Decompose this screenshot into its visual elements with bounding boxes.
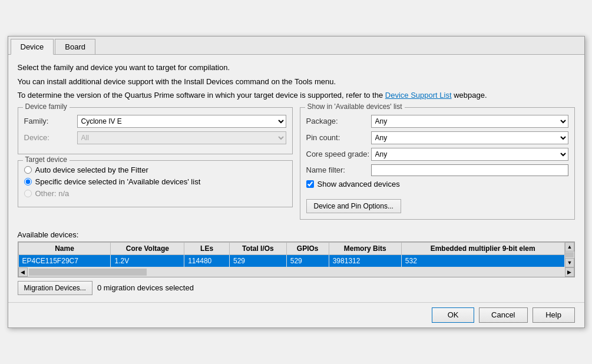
dialog-content: Select the family and device you want to…: [8, 55, 584, 302]
available-devices-label: Available devices:: [18, 230, 575, 239]
device-table-wrapper: Name Core Voltage LEs Total I/Os GPIOs M…: [18, 241, 575, 277]
cell-total-ios: 529: [230, 254, 287, 267]
horizontal-scrollbar[interactable]: [28, 267, 565, 277]
device-table: Name Core Voltage LEs Total I/Os GPIOs M…: [18, 242, 565, 267]
show-advanced-checkbox[interactable]: [306, 180, 314, 188]
tab-board[interactable]: Board: [55, 39, 95, 54]
device-family-group: Device family Family: Cyclone IV E Devic…: [18, 107, 293, 154]
scrollbar-right-arrow[interactable]: ▶: [565, 267, 574, 277]
cancel-button[interactable]: Cancel: [479, 307, 527, 323]
cell-embedded-mult: 532: [401, 254, 564, 267]
show-advanced-row: Show advanced devices: [306, 180, 568, 188]
radio-specific-input[interactable]: [24, 178, 32, 186]
speed-grade-row: Core speed grade: Any: [306, 148, 568, 161]
intro-line3-pre: To determine the version of the Quartus …: [18, 91, 385, 100]
target-device-title: Target device: [23, 155, 70, 164]
family-select[interactable]: Cyclone IV E: [77, 115, 286, 128]
show-in-list-title: Show in 'Available devices' list: [305, 102, 405, 111]
col-memory-bits: Memory Bits: [329, 242, 401, 254]
package-row: Package: Any: [306, 115, 568, 128]
cell-les: 114480: [184, 254, 230, 267]
intro-line3: To determine the version of the Quartus …: [18, 90, 575, 101]
table-header-row: Name Core Voltage LEs Total I/Os GPIOs M…: [18, 242, 564, 254]
scrollbar-thumb[interactable]: [565, 252, 574, 257]
show-advanced-label: Show advanced devices: [318, 180, 400, 188]
show-in-list-group: Show in 'Available devices' list Package…: [300, 107, 575, 220]
pin-count-select[interactable]: Any: [371, 131, 568, 144]
speed-grade-label: Core speed grade:: [306, 150, 371, 158]
main-panels: Device family Family: Cyclone IV E Devic…: [18, 107, 575, 226]
radio-specific: Specific device selected in 'Available d…: [24, 177, 286, 186]
cell-core-voltage: 1.2V: [111, 254, 184, 267]
intro-line2: You can install additional device suppor…: [18, 76, 575, 88]
intro-line3-post: webpage.: [452, 91, 487, 100]
available-devices-section: Available devices: Name Core Voltage LEs…: [18, 230, 575, 295]
dialog-footer: OK Cancel Help: [8, 302, 584, 327]
table-scroll[interactable]: Name Core Voltage LEs Total I/Os GPIOs M…: [18, 242, 565, 267]
vertical-scrollbar[interactable]: ▲ ▼: [565, 242, 574, 267]
migration-row: Migration Devices... 0 migration devices…: [18, 281, 575, 295]
tab-bar: Device Board: [8, 37, 584, 55]
scrollbar-area: Name Core Voltage LEs Total I/Os GPIOs M…: [18, 242, 574, 267]
main-dialog: Device Board Select the family and devic…: [8, 36, 585, 328]
device-support-list-link[interactable]: Device Support List: [385, 91, 452, 100]
radio-other-input[interactable]: [24, 190, 32, 197]
package-select[interactable]: Any: [371, 115, 568, 128]
radio-other: Other: n/a: [24, 189, 286, 198]
family-label: Family:: [24, 117, 77, 125]
col-les: LEs: [184, 242, 230, 254]
scrollbar-left-arrow[interactable]: ◀: [18, 267, 28, 277]
radio-other-label: Other: n/a: [35, 189, 70, 198]
family-row: Family: Cyclone IV E: [24, 115, 286, 128]
pin-count-label: Pin count:: [306, 133, 371, 142]
package-label: Package:: [306, 117, 371, 125]
device-label: Device:: [24, 133, 77, 142]
intro-line1: Select the family and device you want to…: [18, 62, 575, 74]
device-select[interactable]: All: [77, 131, 286, 144]
col-gpios: GPIOs: [286, 242, 329, 254]
right-panel: Show in 'Available devices' list Package…: [300, 107, 575, 226]
scrollbar-down-arrow[interactable]: ▼: [565, 258, 574, 267]
name-filter-row: Name filter:: [306, 164, 568, 176]
help-button[interactable]: Help: [533, 307, 575, 323]
tab-device[interactable]: Device: [11, 39, 54, 55]
scrollbar-up-arrow[interactable]: ▲: [565, 242, 574, 252]
device-row: Device: All: [24, 131, 286, 144]
table-row[interactable]: EP4CE115F29C7 1.2V 114480 529 529 398131…: [18, 254, 564, 267]
speed-grade-select[interactable]: Any: [371, 148, 568, 161]
radio-auto: Auto device selected by the Fitter: [24, 166, 286, 174]
col-embedded-mult: Embedded multiplier 9-bit elem: [401, 242, 564, 254]
cell-name: EP4CE115F29C7: [18, 254, 111, 267]
radio-auto-input[interactable]: [24, 166, 32, 174]
col-core-voltage: Core Voltage: [111, 242, 184, 254]
name-filter-label: Name filter:: [306, 166, 371, 174]
radio-specific-label: Specific device selected in 'Available d…: [35, 177, 201, 186]
horizontal-scrollbar-row: ◀ ▶: [18, 267, 574, 277]
migration-devices-button[interactable]: Migration Devices...: [18, 281, 92, 295]
h-scrollbar-thumb: [29, 269, 147, 276]
radio-auto-label: Auto device selected by the Fitter: [35, 166, 148, 174]
target-device-group: Target device Auto device selected by th…: [18, 160, 293, 207]
cell-memory-bits: 3981312: [329, 254, 401, 267]
col-total-ios: Total I/Os: [230, 242, 287, 254]
col-name: Name: [18, 242, 111, 254]
name-filter-input[interactable]: [371, 164, 568, 176]
device-pin-options-button[interactable]: Device and Pin Options...: [306, 199, 401, 213]
ok-button[interactable]: OK: [432, 307, 474, 323]
left-panel: Device family Family: Cyclone IV E Devic…: [18, 107, 293, 226]
migration-status-text: 0 migration devices selected: [97, 283, 194, 292]
cell-gpios: 529: [286, 254, 329, 267]
device-family-title: Device family: [23, 102, 70, 111]
pin-count-row: Pin count: Any: [306, 131, 568, 144]
